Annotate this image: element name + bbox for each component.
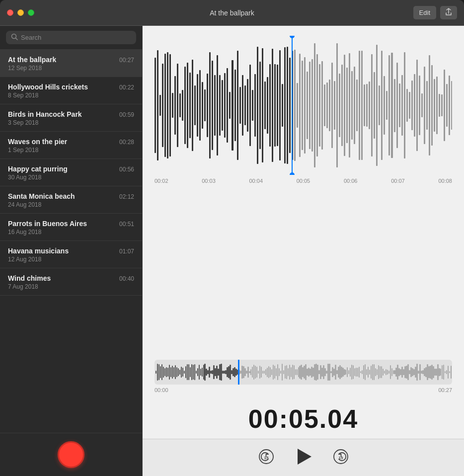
waveform-bar bbox=[162, 64, 163, 147]
mini-waveform-bar bbox=[282, 364, 283, 381]
mini-playhead[interactable] bbox=[238, 360, 239, 385]
mini-waveform-bar bbox=[357, 368, 358, 377]
recording-item[interactable]: Birds in Hancock Park 00:59 3 Sep 2018 bbox=[0, 104, 142, 132]
waveform-bar bbox=[282, 84, 283, 127]
search-input[interactable] bbox=[21, 34, 131, 41]
window-title: At the ballpark bbox=[210, 9, 254, 17]
recording-duration: 00:51 bbox=[119, 221, 134, 228]
recording-item[interactable]: Hollywood Hills crickets 00:22 8 Sep 201… bbox=[0, 77, 142, 104]
waveform-bar bbox=[364, 84, 365, 127]
sidebar: At the ballpark 00:27 12 Sep 2018 Hollyw… bbox=[0, 26, 143, 476]
waveform-bar bbox=[259, 62, 261, 150]
waveform-bar bbox=[212, 61, 213, 150]
waveform-bar bbox=[429, 55, 430, 155]
traffic-lights bbox=[7, 9, 34, 16]
recording-item[interactable]: Santa Monica beach 02:12 24 Aug 2018 bbox=[0, 186, 142, 214]
mini-waveform-bar bbox=[380, 366, 381, 378]
recording-item[interactable]: Havana musicians 01:07 12 Aug 2018 bbox=[0, 241, 142, 268]
waveform-bar bbox=[177, 64, 178, 148]
waveform-bar bbox=[262, 48, 263, 162]
mini-time-end: 00:27 bbox=[438, 387, 452, 393]
maximize-button[interactable] bbox=[28, 9, 34, 16]
waveform-bar bbox=[279, 50, 281, 160]
recording-item[interactable]: At the ballpark 00:27 12 Sep 2018 bbox=[0, 50, 142, 77]
mini-waveform-bar bbox=[369, 370, 370, 375]
waveform-bar bbox=[331, 63, 333, 148]
mini-waveform-bar bbox=[289, 365, 290, 380]
mini-waveform-bar bbox=[372, 364, 373, 380]
mini-waveform-bar bbox=[188, 364, 189, 380]
mini-waveform-bar bbox=[384, 371, 385, 374]
waveform-bar bbox=[394, 79, 395, 132]
waveform-bar bbox=[234, 70, 236, 141]
mini-waveform-bar bbox=[279, 368, 280, 376]
mini-waveform-bar bbox=[200, 369, 201, 376]
waveform-bar bbox=[204, 89, 206, 121]
mini-waveform-bar bbox=[193, 365, 194, 380]
waveform-bar bbox=[414, 74, 415, 137]
record-button[interactable] bbox=[58, 441, 84, 468]
waveform-bar bbox=[311, 59, 313, 152]
waveform-bar bbox=[174, 76, 176, 135]
mini-waveform-bar bbox=[362, 370, 363, 374]
waveform-bar bbox=[209, 52, 211, 158]
waveform-main[interactable] bbox=[155, 36, 452, 175]
time-display: 00:05.04 bbox=[143, 397, 464, 439]
edit-button[interactable]: Edit bbox=[413, 6, 436, 19]
search-input-wrap bbox=[6, 31, 136, 44]
waveform-bar bbox=[384, 76, 385, 135]
recording-name: Wind chimes bbox=[8, 274, 51, 282]
waveform-bar bbox=[202, 82, 203, 129]
waveform-bar bbox=[409, 92, 410, 118]
mini-time-start: 00:00 bbox=[155, 387, 168, 393]
waveform-bar bbox=[441, 94, 443, 116]
forward-button[interactable]: 15 bbox=[332, 448, 350, 466]
waveform-container[interactable]: 00:0200:0300:0400:0500:0600:0700:08 bbox=[143, 26, 464, 360]
mini-waveform-bar bbox=[270, 367, 271, 377]
minimize-button[interactable] bbox=[17, 9, 24, 16]
timeline-label: 00:03 bbox=[202, 178, 216, 184]
waveform-bar bbox=[371, 54, 373, 157]
waveform-bar bbox=[222, 80, 223, 131]
recording-item[interactable]: Happy cat purring 00:56 30 Aug 2018 bbox=[0, 159, 142, 186]
mini-waveform-bar bbox=[391, 368, 392, 376]
waveform-bar bbox=[426, 81, 428, 130]
waveform-bar bbox=[182, 90, 183, 121]
waveform-bar bbox=[164, 54, 166, 157]
waveform-bar bbox=[444, 70, 445, 141]
recording-item[interactable]: Parrots in Buenos Aires 00:51 16 Aug 201… bbox=[0, 214, 142, 241]
waveform-bar bbox=[316, 54, 318, 156]
share-button[interactable] bbox=[440, 6, 457, 19]
waveform-bar bbox=[421, 93, 423, 117]
rewind-button[interactable]: 15 bbox=[257, 448, 275, 466]
waveform-bar bbox=[302, 61, 303, 150]
waveform-bar bbox=[351, 71, 353, 140]
waveform-bar bbox=[194, 85, 196, 125]
recording-duration: 00:27 bbox=[119, 57, 134, 64]
close-button[interactable] bbox=[7, 9, 13, 16]
mini-waveform-bar bbox=[190, 367, 191, 377]
recording-name: Hollywood Hills crickets bbox=[8, 83, 88, 91]
recording-item[interactable]: Wind chimes 00:40 7 Aug 2018 bbox=[0, 268, 142, 296]
mini-waveform[interactable] bbox=[155, 360, 452, 385]
forward-icon: 15 bbox=[332, 448, 350, 466]
waveform-bar bbox=[431, 65, 433, 146]
mini-waveform-bar bbox=[267, 368, 268, 377]
recording-date: 16 Aug 2018 bbox=[8, 229, 134, 236]
waveform-bar bbox=[434, 79, 435, 131]
play-button[interactable] bbox=[293, 446, 314, 467]
mini-waveform-bar bbox=[262, 371, 263, 374]
waveform-bar bbox=[334, 81, 335, 129]
waveform-bar bbox=[277, 65, 278, 147]
waveform-bar bbox=[399, 83, 400, 128]
timeline-labels: 00:0200:0300:0400:0500:0600:0700:08 bbox=[155, 175, 452, 190]
mini-waveform-bar bbox=[185, 366, 186, 379]
mini-waveform-bar bbox=[297, 369, 298, 375]
waveform-bar bbox=[199, 70, 201, 141]
recording-item[interactable]: Waves on the pier 00:28 1 Sep 2018 bbox=[0, 132, 142, 159]
mini-waveform-bar bbox=[176, 367, 177, 377]
mini-waveform-bar bbox=[170, 367, 171, 377]
mini-waveform-bar bbox=[292, 365, 293, 380]
mini-waveform-bar bbox=[202, 368, 203, 377]
mini-waveform-bar bbox=[366, 369, 367, 375]
